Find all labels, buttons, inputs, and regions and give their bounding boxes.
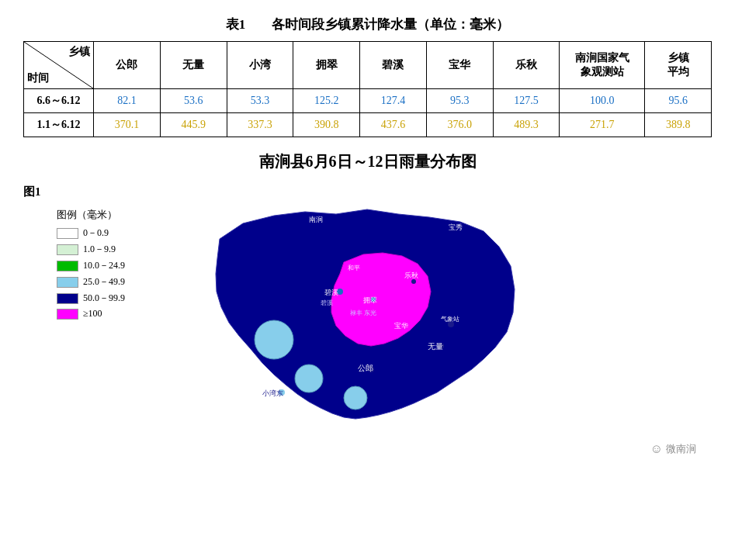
watermark-icon: ☺ [650,442,663,456]
legend: 图例（毫米） 0－0.9 1.0－9.9 10.0－24.9 25.0－49.9… [57,208,165,323]
legend-item-2: 10.0－24.9 [57,259,165,272]
label-xiaowan: 小湾东 [262,389,283,397]
col-header-station: 南涧国家气象观测站 [560,42,645,89]
legend-label-5: ≥100 [83,308,102,320]
label-station: 气象站 [441,316,459,323]
cell-11-xiaowan: 337.3 [227,113,293,137]
watermark-text: 微南涧 [666,442,696,456]
cell-66-station: 100.0 [560,89,645,113]
legend-label-1: 1.0－9.9 [83,243,116,256]
row-label-11-612: 1.1～6.12 [24,113,94,137]
legend-color-1 [57,244,78,255]
header-xiang-zhen: 乡镇 [68,45,90,59]
cell-66-xiaowan: 53.3 [227,89,293,113]
label-baohua: 宝华 [394,322,408,330]
legend-item-0: 0－0.9 [57,226,165,240]
page-container: 表1 各时间段乡镇累计降水量（单位：毫米） 乡镇 时间 公郎 无量 小湾 拥翠 [0,0,735,479]
cell-66-baohua: 95.3 [426,89,493,113]
legend-item-5: ≥100 [57,308,165,320]
legend-color-4 [57,293,78,304]
cell-66-wuliang: 53.6 [160,89,227,113]
map-container: 碧溪 拥翠 公郎 无量 乐秋 气象站 小湾东 宝华 南涧 宝秀 和平 碧溪 禄丰… [173,177,712,464]
legend-color-5 [57,309,78,320]
label-leqiu: 乐秋 [404,271,418,279]
label-east1: 宝秀 [449,223,463,231]
cell-66-gonglang: 82.1 [94,89,161,113]
col-header-avg: 乡镇平均 [645,42,712,89]
legend-color-2 [57,261,78,271]
table-row: 1.1～6.12 370.1 445.9 337.3 390.8 437.6 3… [24,113,712,137]
cell-66-bixi: 127.4 [360,89,427,113]
cell-66-yongcui: 125.2 [293,89,360,113]
cell-11-baohua: 376.0 [426,113,493,137]
legend-label-4: 50.0－99.9 [83,292,125,305]
col-header-leqiu: 乐秋 [493,42,560,89]
cell-11-gonglang: 370.1 [94,113,161,137]
watermark: ☺ 微南涧 [650,442,696,456]
legend-color-0 [57,228,78,239]
label-bixi: 碧溪 [324,289,338,296]
cell-66-leqiu: 127.5 [493,89,560,113]
label-bixi2: 碧溪 [321,299,333,306]
legend-item-4: 50.0－99.9 [57,292,165,305]
legend-title: 图例（毫米） [57,208,165,222]
col-header-wuliang: 无量 [160,42,227,89]
cell-11-avg: 389.8 [645,113,712,137]
chart-title: 南涧县6月6日～12日雨量分布图 [23,151,712,172]
col-header-xiaowan: 小湾 [227,42,293,89]
map-light-blue-1 [255,320,293,359]
legend-label-2: 10.0－24.9 [83,259,125,272]
label-center: 禄丰 东光 [350,309,376,316]
label-heping: 和平 [348,264,360,271]
cell-11-yongcui: 390.8 [293,113,360,137]
cell-11-wuliang: 445.9 [160,113,227,137]
label-yongcui: 拥翠 [363,296,377,304]
header-shi-jian: 时间 [27,71,49,85]
map-svg: 碧溪 拥翠 公郎 无量 乐秋 气象站 小湾东 宝华 南涧 宝秀 和平 碧溪 禄丰… [173,177,561,464]
table-row: 6.6～6.12 82.1 53.6 53.3 125.2 127.4 95.3… [24,89,712,113]
map-light-blue-3 [344,386,367,410]
map-light-blue-2 [295,365,323,392]
rainfall-table: 乡镇 时间 公郎 无量 小湾 拥翠 碧溪 宝华 乐秋 南涧国家气象观测站 乡镇平… [23,41,712,137]
legend-item-1: 1.0－9.9 [57,243,165,256]
col-header-gonglang: 公郎 [94,42,161,89]
cell-11-station: 271.7 [560,113,645,137]
legend-label-0: 0－0.9 [83,226,109,240]
legend-color-3 [57,277,78,288]
fig-label: 图1 [23,185,50,199]
legend-item-3: 25.0－49.9 [57,275,165,289]
cell-11-bixi: 437.6 [360,113,427,137]
label-north1: 南涧 [309,216,323,223]
row-label-66-612: 6.6～6.12 [24,89,94,113]
cell-66-avg: 95.6 [645,89,712,113]
table-title: 表1 各时间段乡镇累计降水量（单位：毫米） [23,16,712,33]
col-header-bixi: 碧溪 [360,42,427,89]
cell-11-leqiu: 489.3 [493,113,560,137]
legend-label-3: 25.0－49.9 [83,275,125,289]
col-header-yongcui: 拥翠 [293,42,360,89]
label-wuliang: 无量 [428,342,443,351]
header-diagonal-cell: 乡镇 时间 [24,42,94,89]
label-gonglang: 公郎 [358,364,373,372]
col-header-baohua: 宝华 [426,42,493,89]
chart-area: 图1 图例（毫米） 0－0.9 1.0－9.9 10.0－24.9 25.0－4… [23,177,712,464]
map-dot-leqiu [411,279,416,284]
